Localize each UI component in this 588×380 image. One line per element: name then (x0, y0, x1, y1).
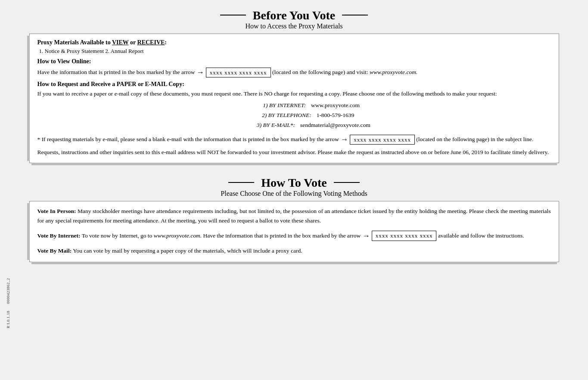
side-code2: R I.0.1.18 (6, 311, 10, 328)
vote-mail-block: Vote By Mail: You can vote by mail by re… (37, 246, 551, 256)
before-you-vote-section: Before You Vote How to Access the Proxy … (29, 9, 559, 163)
title-dash-right (342, 15, 368, 15)
proxy-materials-header: Proxy Materials Available to VIEW or REC… (37, 39, 551, 46)
how-view-code: xxxx xxxx xxxx xxxx (206, 68, 271, 78)
how-view-url-text: www.proxyvote.com. (370, 69, 417, 75)
method-3-num: 3) BY E-MAIL*: (218, 120, 295, 130)
before-vote-title-text: Before You Vote (253, 9, 335, 22)
requests-text: Requests, instructions and other inquiri… (37, 148, 551, 157)
htv-dash-left (228, 182, 254, 183)
vote-internet-arrow-box: → xxxx xxxx xxxx xxxx (362, 230, 437, 242)
vote-internet-url: www.proxyvote.com. (154, 232, 202, 238)
vote-internet-text3: available and follow the instructions. (438, 232, 524, 238)
vote-internet-label: Vote By Internet: (37, 232, 81, 238)
method-1-val: www.proxyvote.com (311, 101, 360, 111)
footnote-text2: (located on the following page) in the s… (416, 136, 533, 142)
vote-in-person-block: Vote In Person: Many stockholder meeting… (37, 207, 551, 225)
how-view-text1: Have the information that is printed in … (37, 69, 195, 75)
proxy-items: 1. Notice & Proxy Statement 2. Annual Re… (37, 48, 551, 55)
arrow-icon-3: → (362, 230, 370, 242)
footnote-code: xxxx xxxx xxxx xxxx (350, 135, 415, 145)
how-vote-title-text: How To Vote (261, 176, 327, 190)
method-1-num: 1) BY INTERNET: (228, 101, 306, 111)
side-text: 0000423862_2 R I.0.1.18 (6, 278, 10, 328)
vote-internet-code: xxxx xxxx xxxx xxxx (372, 231, 437, 241)
vote-mail-label: Vote By Mail: (37, 247, 72, 254)
how-vote-title: How To Vote (29, 176, 559, 190)
arrow-icon-2: → (340, 134, 348, 145)
method-item-3: 3) BY E-MAIL*: sendmaterial@proxyvote.co… (37, 120, 551, 130)
vote-in-person-text: Many stockholder meetings have attendanc… (37, 208, 551, 224)
how-vote-header: How To Vote Please Choose One of the Fol… (29, 176, 559, 198)
how-vote-subtitle: Please Choose One of the Following Votin… (29, 190, 559, 198)
how-view-body: Have the information that is printed in … (37, 67, 551, 78)
how-to-vote-section: How To Vote Please Choose One of the Fol… (29, 176, 559, 262)
method-item-1: 1) BY INTERNET: www.proxyvote.com (37, 101, 551, 111)
before-vote-header: Before You Vote How to Access the Proxy … (29, 9, 559, 30)
before-vote-subtitle: How to Access the Proxy Materials (29, 22, 559, 30)
method-2-num: 2) BY TELEPHONE: (234, 111, 311, 120)
how-vote-content-box: Vote In Person: Many stockholder meeting… (29, 201, 559, 262)
how-request-body: If you want to receive a paper or e-mail… (37, 90, 551, 98)
vote-internet-text1: To vote now by Internet, go to (82, 232, 152, 238)
vote-in-person-label: Vote In Person: (37, 208, 76, 214)
side-code1: 0000423862_2 (6, 278, 10, 304)
method-2-val: 1-800-579-1639 (317, 111, 355, 120)
vote-internet-block: Vote By Internet: To vote now by Interne… (37, 230, 551, 242)
before-vote-content-box: Proxy Materials Available to VIEW or REC… (29, 34, 559, 163)
methods-list: 1) BY INTERNET: www.proxyvote.com 2) BY … (37, 101, 551, 130)
title-dash-left (220, 15, 246, 15)
how-view-parens: (located on the following page) and visi… (272, 69, 368, 75)
arrow-icon-1: → (196, 67, 204, 78)
method-item-2: 2) BY TELEPHONE: 1-800-579-1639 (37, 111, 551, 120)
footnote-arrow-box: → xxxx xxxx xxxx xxxx (340, 134, 415, 145)
before-vote-title: Before You Vote (29, 9, 559, 22)
footnote-block: * If requesting materials by e-mail, ple… (37, 134, 551, 145)
page-container: 0000423862_2 R I.0.1.18 Before You Vote … (0, 0, 588, 380)
how-view-arrow-box: → xxxx xxxx xxxx xxxx (196, 67, 271, 78)
htv-dash-right (334, 182, 360, 183)
how-view-header: How to View Online: (37, 58, 551, 65)
proxy-materials-label-text: Proxy Materials Available to VIEW or REC… (37, 39, 167, 46)
footnote-text1: * If requesting materials by e-mail, ple… (37, 136, 339, 142)
how-request-header: How to Request and Receive a PAPER or E-… (37, 81, 551, 88)
vote-internet-text2: Have the information that is printed in … (203, 232, 361, 238)
method-3-val: sendmaterial@proxyvote.com (300, 120, 370, 130)
vote-mail-text: You can vote by mail by requesting a pap… (73, 247, 302, 254)
